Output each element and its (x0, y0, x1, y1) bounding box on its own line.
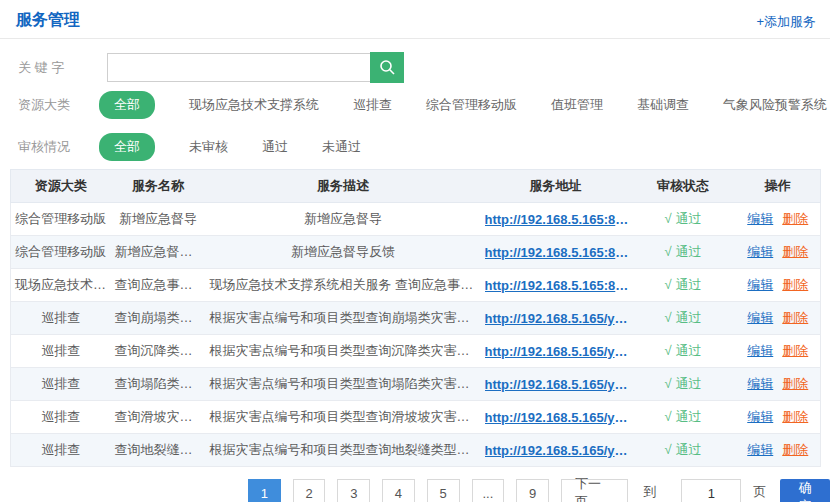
cell-operations: 编辑删除 (736, 368, 821, 401)
cell-operations: 编辑删除 (736, 335, 821, 368)
table-row: 巡排查查询塌陷类灾害...根据灾害点编号和项目类型查询塌陷类灾害点的详...ht… (11, 368, 821, 401)
status-badge: √通过 (664, 409, 701, 424)
status-text: 通过 (676, 442, 702, 457)
pagination: 12345...9下一页到第页确定 (248, 479, 830, 502)
column-header: 服务地址 (481, 170, 631, 203)
status-text: 通过 (676, 343, 702, 358)
next-page-button[interactable]: 下一页 (561, 479, 628, 502)
cell-status: √通过 (631, 236, 736, 269)
status-text: 通过 (676, 244, 702, 259)
delete-link[interactable]: 删除 (782, 211, 808, 226)
delete-link[interactable]: 删除 (782, 442, 808, 457)
filter-option[interactable]: 综合管理移动版 (426, 96, 517, 114)
table-row: 巡排查查询沉降类的灾...根据灾害点编号和项目类型查询沉降类灾害点的详...ht… (11, 335, 821, 368)
delete-link[interactable]: 删除 (782, 376, 808, 391)
service-url-link[interactable]: http://192.168.5.165:88... (485, 245, 631, 260)
table-row: 综合管理移动版新增应急督导反馈新增应急督导反馈http://192.168.5.… (11, 236, 821, 269)
status-text: 通过 (676, 310, 702, 325)
cell-status: √通过 (631, 203, 736, 236)
table-header: 资源大类服务名称服务描述服务地址审核状态操作 (11, 170, 821, 203)
service-url-link[interactable]: http://192.168.5.165/ys... (485, 377, 631, 392)
edit-link[interactable]: 编辑 (747, 211, 773, 226)
cell-operations: 编辑删除 (736, 269, 821, 302)
cell-category: 巡排查 (11, 401, 111, 434)
cell-service-name: 查询沉降类的灾... (111, 335, 206, 368)
filter-option[interactable]: 基础调查 (637, 96, 689, 114)
edit-link[interactable]: 编辑 (747, 343, 773, 358)
filter-option[interactable]: 通过 (262, 138, 288, 156)
filter-option[interactable]: 气象风险预警系统 (723, 96, 827, 114)
cell-service-name: 查询崩塌类型的... (111, 302, 206, 335)
filter-option[interactable]: 值班管理 (551, 96, 603, 114)
edit-link[interactable]: 编辑 (747, 409, 773, 424)
filter-option[interactable]: 未通过 (322, 138, 361, 156)
service-url-link[interactable]: http://192.168.5.165/ys... (485, 311, 631, 326)
filter-option[interactable]: 巡排查 (353, 96, 392, 114)
cell-description: 根据灾害点编号和项目类型查询地裂缝类型的灾害... (206, 434, 481, 467)
edit-link[interactable]: 编辑 (747, 310, 773, 325)
filter-option-selected[interactable]: 全部 (99, 133, 155, 161)
filter-option[interactable]: 现场应急技术支撑系统 (189, 96, 319, 114)
page-button-2[interactable]: 2 (293, 479, 326, 502)
search-icon (379, 59, 396, 76)
page-button-3[interactable]: 3 (337, 479, 370, 502)
delete-link[interactable]: 删除 (782, 244, 808, 259)
add-service-button[interactable]: +添加服务 (756, 13, 816, 31)
delete-link[interactable]: 删除 (782, 343, 808, 358)
page-title: 服务管理 (16, 10, 80, 31)
check-icon: √ (664, 376, 671, 391)
cell-service-name: 查询地裂缝类灾... (111, 434, 206, 467)
edit-link[interactable]: 编辑 (747, 376, 773, 391)
cell-status: √通过 (631, 269, 736, 302)
filter-label: 资源大类 (18, 96, 99, 114)
cell-description: 新增应急督导 (206, 203, 481, 236)
service-url-link[interactable]: http://192.168.5.165/ys... (485, 443, 631, 458)
cell-url: http://192.168.5.165/ys... (481, 434, 631, 467)
delete-link[interactable]: 删除 (782, 409, 808, 424)
cell-status: √通过 (631, 302, 736, 335)
cell-category: 巡排查 (11, 302, 111, 335)
cell-category: 综合管理移动版 (11, 203, 111, 236)
page-button-4[interactable]: 4 (382, 479, 415, 502)
filter-option-selected[interactable]: 全部 (99, 91, 155, 119)
cell-service-name: 查询滑坡灾害点... (111, 401, 206, 434)
cell-url: http://192.168.5.165/ys... (481, 302, 631, 335)
edit-link[interactable]: 编辑 (747, 244, 773, 259)
column-header: 资源大类 (11, 170, 111, 203)
page-button-5[interactable]: 5 (427, 479, 460, 502)
service-url-link[interactable]: http://192.168.5.165:88... (485, 278, 631, 293)
search-input[interactable] (107, 53, 370, 82)
status-text: 通过 (676, 376, 702, 391)
service-url-link[interactable]: http://192.168.5.165:88... (485, 212, 631, 227)
delete-link[interactable]: 删除 (782, 277, 808, 292)
cell-status: √通过 (631, 335, 736, 368)
status-badge: √通过 (664, 211, 701, 226)
delete-link[interactable]: 删除 (782, 310, 808, 325)
page-button-9[interactable]: 9 (516, 479, 549, 502)
check-icon: √ (664, 277, 671, 292)
filter-label: 审核情况 (18, 138, 99, 156)
cell-category: 巡排查 (11, 335, 111, 368)
goto-page-input[interactable] (681, 479, 741, 502)
service-url-link[interactable]: http://192.168.5.165/ys... (485, 410, 631, 425)
filter-option[interactable]: 未审核 (189, 138, 228, 156)
search-button[interactable] (370, 52, 404, 83)
service-url-link[interactable]: http://192.168.5.165/ys... (485, 344, 631, 359)
check-icon: √ (664, 343, 671, 358)
status-badge: √通过 (664, 343, 701, 358)
edit-link[interactable]: 编辑 (747, 442, 773, 457)
page-button-1[interactable]: 1 (248, 479, 281, 502)
confirm-button[interactable]: 确定 (780, 479, 830, 502)
status-badge: √通过 (664, 442, 701, 457)
filter-rows: 资源大类全部现场应急技术支撑系统巡排查综合管理移动版值班管理基础调查气象风险预警… (18, 92, 820, 176)
status-badge: √通过 (664, 376, 701, 391)
cell-description: 根据灾害点编号和项目类型查询塌陷类灾害点的详... (206, 368, 481, 401)
cell-description: 根据灾害点编号和项目类型查询崩塌类灾害点的详... (206, 302, 481, 335)
cell-status: √通过 (631, 368, 736, 401)
column-header: 服务描述 (206, 170, 481, 203)
table-row: 综合管理移动版新增应急督导新增应急督导http://192.168.5.165:… (11, 203, 821, 236)
cell-operations: 编辑删除 (736, 434, 821, 467)
edit-link[interactable]: 编辑 (747, 277, 773, 292)
status-badge: √通过 (664, 244, 701, 259)
cell-category: 巡排查 (11, 368, 111, 401)
